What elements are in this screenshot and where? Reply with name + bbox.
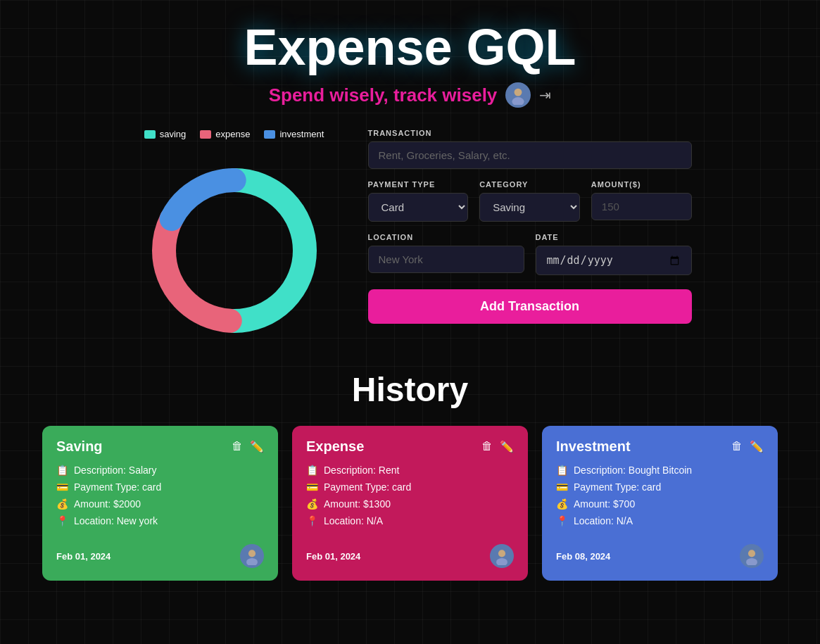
chart-legend: saving expense investment — [144, 129, 324, 139]
description-investment: 📋 Description: Bought Bitcoin — [556, 465, 764, 476]
card-header-saving: Saving 🗑 ✏️ — [56, 438, 264, 455]
amount-text-expense: Amount: $1300 — [324, 498, 391, 510]
payment-expense: 💳 Payment Type: card — [306, 481, 514, 493]
date-input[interactable] — [536, 246, 692, 275]
transaction-card-saving: Saving 🗑 ✏️ 📋 Description: Salary 💳 Paym… — [42, 426, 278, 581]
description-saving: 📋 Description: Salary — [56, 465, 264, 476]
category-select[interactable]: Saving Expense Investment — [479, 193, 580, 222]
date-label: DATE — [536, 233, 692, 241]
edit-saving-icon[interactable]: ✏️ — [250, 440, 264, 453]
cards-row: Saving 🗑 ✏️ 📋 Description: Salary 💳 Paym… — [42, 426, 778, 581]
location-label: LOCATION — [368, 233, 524, 241]
logout-icon[interactable]: ⇥ — [539, 87, 551, 103]
legend-dot-saving — [144, 130, 156, 139]
card-title-saving: Saving — [56, 438, 103, 455]
card-header-expense: Expense 🗑 ✏️ — [306, 438, 514, 455]
amount-expense: 💰 Amount: $1300 — [306, 498, 514, 510]
location-col: LOCATION — [368, 233, 524, 275]
amount-investment: 💰 Amount: $700 — [556, 498, 764, 510]
location-icon-expense: 📍 — [306, 515, 318, 526]
legend-expense: expense — [200, 129, 250, 139]
date-expense: Feb 01, 2024 — [306, 551, 360, 562]
legend-label-investment: investment — [279, 129, 324, 139]
payment-type-col: PAYMENT TYPE Cash Card — [368, 180, 469, 222]
desc-text-saving: Description: Salary — [74, 465, 157, 476]
amount-icon-expense: 💰 — [306, 498, 318, 510]
location-input[interactable] — [368, 246, 524, 273]
payment-icon-investment: 💳 — [556, 481, 568, 493]
app-subtitle: Spend wisely, track wisely — [269, 84, 498, 106]
legend-dot-investment — [264, 130, 275, 139]
transaction-form: TRANSACTION PAYMENT TYPE Cash Card CATEG… — [368, 129, 692, 324]
avatar-investment — [740, 544, 764, 568]
amount-text-saving: Amount: $2000 — [74, 498, 141, 510]
app-title: Expense GQL — [0, 20, 820, 75]
card-title-investment: Investment — [556, 438, 631, 455]
desc-icon-saving: 📋 — [56, 465, 68, 476]
card-header-investment: Investment 🗑 ✏️ — [556, 438, 764, 455]
transaction-input[interactable] — [368, 141, 692, 169]
card-footer-saving: Feb 01, 2024 — [56, 536, 264, 568]
card-footer-investment: Feb 08, 2024 — [556, 536, 764, 568]
transaction-card-expense: Expense 🗑 ✏️ 📋 Description: Rent 💳 Payme… — [292, 426, 528, 581]
location-saving: 📍 Location: New york — [56, 515, 264, 526]
chart-section: saving expense investment — [129, 129, 340, 349]
amount-text-investment: Amount: $700 — [574, 498, 635, 510]
payment-saving: 💳 Payment Type: card — [56, 481, 264, 493]
transaction-card-investment: Investment 🗑 ✏️ 📋 Description: Bought Bi… — [542, 426, 778, 581]
date-investment: Feb 08, 2024 — [556, 551, 610, 562]
avatar-saving — [240, 544, 264, 568]
amount-label: AMOUNT($) — [591, 180, 692, 189]
location-date-row: LOCATION DATE — [368, 233, 692, 275]
location-text-saving: Location: New york — [74, 515, 158, 526]
card-title-expense: Expense — [306, 438, 364, 455]
payment-icon-expense: 💳 — [306, 481, 318, 493]
svg-point-7 — [498, 550, 505, 557]
delete-expense-icon[interactable]: 🗑 — [481, 440, 493, 453]
card-footer-expense: Feb 01, 2024 — [306, 536, 514, 568]
category-col: CATEGORY Saving Expense Investment — [479, 180, 580, 222]
desc-text-investment: Description: Bought Bitcoin — [574, 465, 692, 476]
delete-investment-icon[interactable]: 🗑 — [731, 440, 743, 453]
amount-input[interactable] — [591, 193, 692, 220]
donut-chart — [136, 152, 333, 349]
card-actions-expense: 🗑 ✏️ — [481, 440, 514, 453]
svg-point-5 — [248, 550, 256, 557]
add-transaction-button[interactable]: Add Transaction — [368, 289, 692, 324]
transaction-group: TRANSACTION — [368, 129, 692, 169]
legend-dot-expense — [200, 130, 211, 139]
payment-text-investment: Payment Type: card — [574, 481, 661, 493]
location-text-expense: Location: N/A — [324, 515, 383, 526]
payment-category-row: PAYMENT TYPE Cash Card CATEGORY Saving E… — [368, 180, 692, 222]
amount-icon-investment: 💰 — [556, 498, 568, 510]
description-expense: 📋 Description: Rent — [306, 465, 514, 476]
payment-icon-saving: 💳 — [56, 481, 68, 493]
svg-point-9 — [748, 550, 755, 557]
amount-col: AMOUNT($) — [591, 180, 692, 222]
payment-type-label: PAYMENT TYPE — [368, 180, 469, 189]
card-actions-investment: 🗑 ✏️ — [731, 440, 764, 453]
payment-type-select[interactable]: Cash Card — [368, 193, 469, 222]
payment-investment: 💳 Payment Type: card — [556, 481, 764, 493]
amount-icon-saving: 💰 — [56, 498, 68, 510]
legend-investment: investment — [264, 129, 324, 139]
category-label: CATEGORY — [479, 180, 580, 189]
svg-point-1 — [512, 97, 524, 105]
payment-text-expense: Payment Type: card — [324, 481, 411, 493]
svg-point-8 — [496, 558, 507, 565]
avatar-expense — [490, 544, 514, 568]
location-expense: 📍 Location: N/A — [306, 515, 514, 526]
payment-text-saving: Payment Type: card — [74, 481, 161, 493]
svg-point-6 — [246, 558, 258, 565]
edit-expense-icon[interactable]: ✏️ — [500, 440, 514, 453]
header: Expense GQL Spend wisely, track wisely ⇥ — [0, 0, 820, 108]
legend-label-saving: saving — [160, 129, 187, 139]
delete-saving-icon[interactable]: 🗑 — [232, 440, 243, 453]
location-investment: 📍 Location: N/A — [556, 515, 764, 526]
edit-investment-icon[interactable]: ✏️ — [750, 440, 764, 453]
desc-icon-expense: 📋 — [306, 465, 318, 476]
user-avatar[interactable] — [505, 82, 531, 108]
history-title: History — [42, 370, 778, 409]
svg-point-10 — [746, 558, 757, 565]
amount-saving: 💰 Amount: $2000 — [56, 498, 264, 510]
